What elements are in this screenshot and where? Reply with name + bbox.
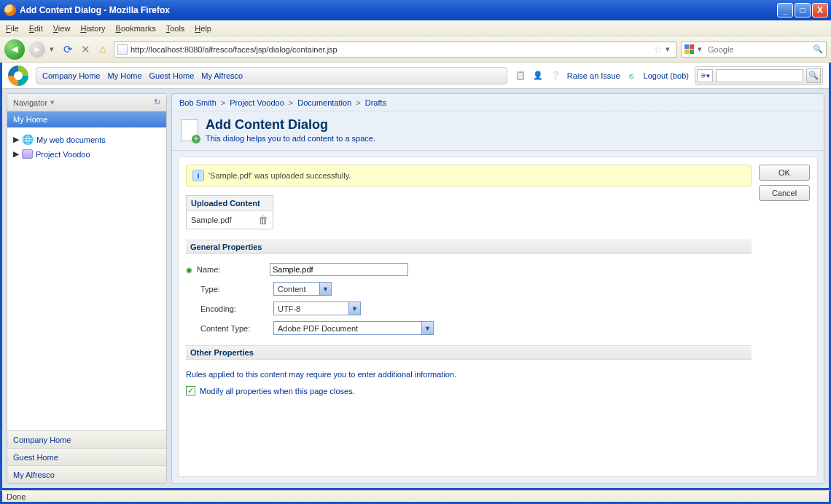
search-engine-dropdown[interactable]: ▾: [698, 44, 705, 54]
nav-tree: ▶ 🌐 My web documents ▶ Project Voodoo: [7, 127, 166, 430]
search-input[interactable]: [708, 45, 810, 54]
breadcrumb: Bob Smith> Project Voodoo> Documentation…: [172, 94, 824, 111]
select-encoding-value: UTF-8: [274, 304, 304, 313]
dialog-buttons: OK Cancel: [759, 165, 810, 469]
forward-button[interactable]: ▶: [29, 42, 45, 58]
help-icon[interactable]: ❔: [550, 70, 561, 82]
search-go-icon[interactable]: 🔍: [813, 44, 823, 54]
window-maximize-button[interactable]: □: [795, 3, 811, 17]
search-icon: 🔍: [808, 71, 819, 80]
tree-expand-icon[interactable]: ▶: [13, 149, 19, 159]
app-search-go-button[interactable]: 🔍: [806, 68, 821, 83]
menu-tools[interactable]: Tools: [166, 24, 185, 33]
select-encoding[interactable]: UTF-8 ▼: [273, 302, 361, 315]
raise-issue-link[interactable]: Raise an Issue: [567, 71, 620, 80]
crumb[interactable]: Bob Smith: [179, 98, 216, 107]
window-title: Add Content Dialog - Mozilla Firefox: [20, 5, 170, 15]
sidebar-shortcut-guest-home[interactable]: Guest Home: [7, 448, 166, 465]
sidebar-shortcut-my-alfresco[interactable]: My Alfresco: [7, 465, 166, 483]
svg-rect-2: [684, 50, 689, 54]
modify-all-checkbox-row[interactable]: ✓ Modify all properties when this page c…: [186, 386, 752, 395]
nav-my-home[interactable]: My Home: [107, 71, 141, 80]
address-bar[interactable]: http://localhost:8080/alfresco/faces/jsp…: [114, 42, 676, 58]
sidebar-shortcut-company-home[interactable]: Company Home: [7, 430, 166, 448]
url-text[interactable]: http://localhost:8080/alfresco/faces/jsp…: [130, 45, 651, 54]
flash-text: 'Sample.pdf' was uploaded successfully.: [208, 171, 351, 180]
sidebar-bottom: Company Home Guest Home My Alfresco: [7, 430, 166, 483]
sidebar-mode-dropdown-icon[interactable]: ▾: [50, 98, 55, 107]
sidebar-current-location[interactable]: My Home: [7, 111, 166, 127]
select-type-value: Content: [274, 285, 310, 294]
browser-toolbar: ◀ ▶ ▾ ⟳ ✕ ⌂ http://localhost:8080/alfres…: [0, 36, 831, 63]
nav-history-dropdown[interactable]: ▾: [50, 44, 57, 54]
reload-button[interactable]: ⟳: [61, 43, 74, 56]
menu-bookmarks[interactable]: Bookmarks: [116, 24, 156, 33]
sidebar-shortcut-label: My Alfresco: [13, 470, 55, 479]
nav-my-alfresco[interactable]: My Alfresco: [201, 71, 243, 80]
alfresco-logo-icon: [8, 66, 28, 86]
select-content-type-value: Adobe PDF Document: [274, 324, 362, 333]
checkbox-checked-icon[interactable]: ✓: [186, 386, 195, 395]
other-properties-hint: Rules applied to this content may requir…: [186, 366, 752, 386]
window-close-button[interactable]: X: [812, 3, 828, 17]
url-dropdown[interactable]: ▾: [666, 44, 673, 54]
required-icon: ◉: [186, 266, 192, 274]
crumb-sep: >: [221, 98, 225, 107]
bookmark-star-icon[interactable]: ☆: [654, 44, 663, 55]
tree-node[interactable]: ▶ Project Voodoo: [13, 147, 160, 161]
select-content-type[interactable]: Adobe PDF Document ▼: [273, 321, 434, 335]
tree-label[interactable]: My web documents: [36, 135, 106, 144]
nav-company-home[interactable]: Company Home: [42, 71, 100, 80]
section-general-properties: General Properties: [186, 240, 752, 254]
status-text: Done: [7, 492, 26, 501]
label-name: Name:: [197, 265, 270, 274]
delete-upload-icon[interactable]: 🗑: [258, 214, 268, 226]
crumb[interactable]: Documentation: [297, 98, 351, 107]
sidebar-shortcut-label: Guest Home: [13, 453, 58, 462]
header-right: 📋 👤 ❔ Raise an Issue ⎋ Logout (bob) ⚞▾ 🔍: [515, 66, 823, 85]
nav-guest-home[interactable]: Guest Home: [149, 71, 195, 80]
search-options-button[interactable]: ⚞▾: [697, 69, 713, 82]
label-encoding: Encoding:: [186, 304, 273, 313]
page-subtitle: This dialog helps you to add content to …: [206, 134, 375, 143]
tree-node[interactable]: ▶ 🌐 My web documents: [13, 132, 160, 147]
ok-button[interactable]: OK: [759, 165, 810, 181]
menu-help[interactable]: Help: [195, 24, 211, 33]
globe-icon: 🌐: [22, 134, 34, 145]
uploaded-row: Sample.pdf 🗑: [187, 211, 273, 229]
menu-view[interactable]: View: [53, 24, 71, 33]
modify-all-label: Modify all properties when this page clo…: [200, 387, 355, 395]
back-button[interactable]: ◀: [4, 39, 25, 60]
clipboard-icon[interactable]: 📋: [515, 70, 526, 82]
header-nav: Company Home My Home Guest Home My Alfre…: [36, 67, 507, 84]
refresh-icon[interactable]: ↻: [154, 98, 160, 107]
browser-search-box[interactable]: ▾ 🔍: [681, 42, 827, 58]
tree-label[interactable]: Project Voodoo: [36, 150, 90, 159]
google-icon: [684, 44, 695, 55]
crumb[interactable]: Project Voodoo: [230, 98, 284, 107]
input-name[interactable]: [270, 263, 408, 276]
logout-icon[interactable]: ⎋: [626, 70, 638, 82]
window-minimize-button[interactable]: _: [777, 3, 793, 17]
crumb[interactable]: Drafts: [365, 98, 386, 107]
menu-history[interactable]: History: [80, 24, 105, 33]
stop-button[interactable]: ✕: [79, 43, 92, 56]
app-search-input[interactable]: [716, 69, 803, 82]
menu-edit[interactable]: Edit: [29, 24, 43, 33]
dialog-workspace: i 'Sample.pdf' was uploaded successfully…: [178, 157, 818, 477]
sidebar-title: Navigator: [13, 98, 47, 107]
home-button[interactable]: ⌂: [96, 43, 109, 56]
user-details-icon[interactable]: 👤: [532, 70, 544, 82]
uploaded-heading: Uploaded Content: [187, 196, 273, 211]
tree-expand-icon[interactable]: ▶: [13, 135, 19, 144]
sidebar-band-label: My Home: [13, 115, 47, 124]
logout-link[interactable]: Logout (bob): [644, 71, 689, 80]
chevron-down-icon: ▼: [421, 322, 433, 334]
cancel-button[interactable]: Cancel: [759, 185, 810, 201]
menu-file[interactable]: File: [6, 24, 19, 33]
app-body: Navigator ▾ ↻ My Home ▶ 🌐 My web documen…: [2, 89, 829, 488]
svg-rect-1: [690, 44, 694, 49]
page-icon: [117, 44, 128, 55]
chevron-down-icon: ▼: [348, 302, 360, 315]
select-type[interactable]: Content ▼: [273, 282, 332, 296]
